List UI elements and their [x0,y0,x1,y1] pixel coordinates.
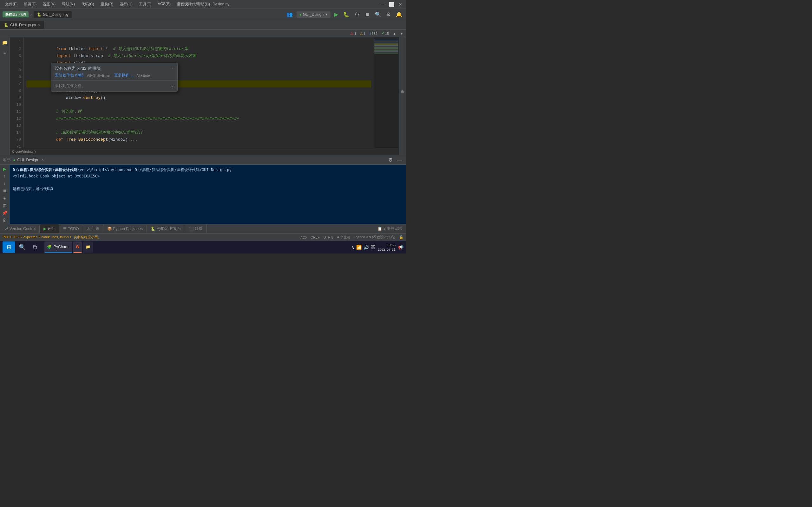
tab-version-control[interactable]: ⎇ Version Control [0,225,40,233]
notification-icon[interactable]: 📢 [398,245,403,250]
run-tab-label: 运行 [48,226,55,231]
popup-error-title: 没有名称为 'xlrd2' 的模块 [55,66,173,71]
popup-more-icon-2[interactable]: ⋯ [170,83,175,89]
stop-button[interactable]: ⏹ [363,11,371,18]
search-taskbar-button[interactable]: 🔍 [16,241,28,253]
popup-doc-section: 未找到任何文档。 ⋯ [51,81,177,91]
run-scroll-up-button[interactable]: ↑ [1,173,9,179]
tab-run[interactable]: ▶ 运行 [40,224,59,233]
menu-view[interactable]: 视图(V) [40,1,58,8]
more-actions-button[interactable]: 更多操作... [114,72,133,78]
error-bar: ⚠ 1 △ 1 ℹ 632 ✔ 15 ▲ ▼ [0,30,406,38]
taskbar-explorer[interactable]: 📁 [83,241,93,253]
tab-python-packages[interactable]: 📦 Python Packages [103,225,147,233]
menu-edit[interactable]: 编辑(E) [21,1,39,8]
code-line-71: # 该函数用于展示二叉树界面 [26,143,371,148]
minimap-line [374,43,398,43]
speaker-icon[interactable]: 🔊 [363,245,369,250]
terminal-icon: ⬛ [189,227,194,231]
minimize-button[interactable]: — [379,1,386,8]
menu-navigate[interactable]: 导航(N) [59,1,78,8]
file-encoding[interactable]: UTF-8 [323,235,334,239]
tab-event-log[interactable]: 📋 2 事件日志 [374,224,406,233]
tab-todo[interactable]: ☰ TODO [59,225,83,233]
warning-count[interactable]: △ 1 [360,32,365,36]
tab-problems[interactable]: ⚠ 问题 [83,224,103,233]
error-icon: ⚠ [350,32,353,36]
taskbar-pycharm[interactable]: 🧩 PyCharm [44,241,72,253]
run-tab-close[interactable]: ✕ [41,158,44,162]
bookmarks-sidebar[interactable]: 书签 [399,38,406,155]
debug-button[interactable]: 🐛 [342,11,351,18]
run-scroll-down-button[interactable]: ↓ [1,181,9,186]
run-output: D:\课程\算法综合实训\课程设计代码\venv\Scripts\python.… [9,165,406,224]
search-button[interactable]: 🔍 [374,11,383,18]
menu-refactor[interactable]: 重构(R) [98,1,116,8]
tray-expand-icon[interactable]: ∧ [351,245,354,250]
menu-vcs[interactable]: VCS(S) [155,1,173,8]
tab-file-icon: 🐍 [4,23,9,27]
popup-actions: 安装软件包 xlrd2 Alt+Shift+Enter 更多操作... Alt+… [55,72,173,78]
line-num-7: 7 [9,80,21,88]
editor-content[interactable]: 1 2 3 4 5 6 7 8 9 10 11 12 13 14 70 71 [9,38,399,148]
maximize-button[interactable]: ⬜ [388,1,395,8]
info-count[interactable]: ℹ 632 [369,32,377,36]
run-add-button[interactable]: + [1,195,9,201]
project-badge[interactable]: 课程设计代码 [3,11,29,17]
run-config[interactable]: ● GUI_Design ▼ [297,11,331,18]
python-version[interactable]: Python 3.9 (课程设计代码) [354,235,395,239]
run-button[interactable]: ▶ [333,11,339,18]
settings-button[interactable]: ⚙ [385,11,392,18]
start-button[interactable]: ⊞ [3,241,15,253]
tab-close-button[interactable]: ✕ [38,23,40,26]
indent-setting[interactable]: 4 个空格 [337,235,351,239]
taskbar-clock[interactable]: 10:55 2022-07-21 [378,243,396,252]
lock-icon[interactable]: 🔒 [399,235,403,239]
taskbar-wps[interactable]: W [73,241,82,253]
line-num-1: 1 [9,39,21,46]
popup-more-icon-1[interactable]: ⋯ [170,66,175,71]
menu-file[interactable]: 文件(F) [3,1,20,8]
update-button[interactable]: 🔔 [395,11,403,18]
run-delete-button[interactable]: 🗑 [1,218,9,223]
run-stop-button[interactable]: ⏹ [1,188,9,193]
run-layout-button[interactable]: ⊞ [1,203,9,208]
install-package-button[interactable]: 安装软件包 xlrd2 [55,72,83,78]
language-icon[interactable]: 英 [371,244,375,250]
people-icon[interactable]: 👥 [285,11,294,18]
editor-area: 1 2 3 4 5 6 7 8 9 10 11 12 13 14 70 71 [9,38,399,155]
minimap-line [374,45,398,46]
wifi-icon[interactable]: 📶 [356,245,362,250]
line-num-70: 70 [9,136,21,143]
run-pin-button[interactable]: 📌 [1,210,9,216]
run-exit-text: 进程已结束，退出代码0 [13,186,403,192]
line-num-14: 14 [9,129,21,136]
menu-run[interactable]: 运行(U) [117,1,135,8]
tab-python-console[interactable]: 🐍 Python 控制台 [147,224,185,233]
close-button[interactable]: ✕ [397,1,403,8]
event-log-label: 2 事件日志 [384,226,402,231]
tab-terminal[interactable]: ⬛ 终端 [185,224,207,233]
run-icon: ● [13,158,15,162]
profile-button[interactable]: ⏱ [353,11,361,18]
navigate-up[interactable]: ▲ [393,32,396,36]
editor-tab-gui[interactable]: 🐍 GUI_Design.py ✕ [0,21,44,29]
line-separator[interactable]: CRLF [310,235,320,239]
task-view-button[interactable]: ⧉ [29,241,41,253]
error-count-label: 1 [354,32,356,36]
minimap-line [374,50,398,51]
structure-icon[interactable]: ≡ [1,49,9,56]
run-restart-button[interactable]: ▶ [1,166,9,171]
cursor-position[interactable]: 7:20 [300,235,307,239]
project-view-icon[interactable]: 📁 [1,39,9,46]
code-area[interactable]: from tkinter import * # 导入进行GUI设计所需要的tki… [24,38,374,148]
status-warning[interactable]: PEP 8: E302 expected 2 blank lines, foun… [3,235,101,239]
navigate-down[interactable]: ▼ [400,32,403,36]
ok-count[interactable]: ✔ 15 [381,32,389,36]
run-settings-icon[interactable]: ⚙ [387,156,394,164]
run-minimize-icon[interactable]: — [396,157,403,164]
menu-code[interactable]: 代码(C) [79,1,97,8]
nav-file-tab[interactable]: 🐍 GUI_Design.py [34,11,72,18]
menu-tools[interactable]: 工具(T) [136,1,154,8]
error-count[interactable]: ⚠ 1 [350,32,356,36]
